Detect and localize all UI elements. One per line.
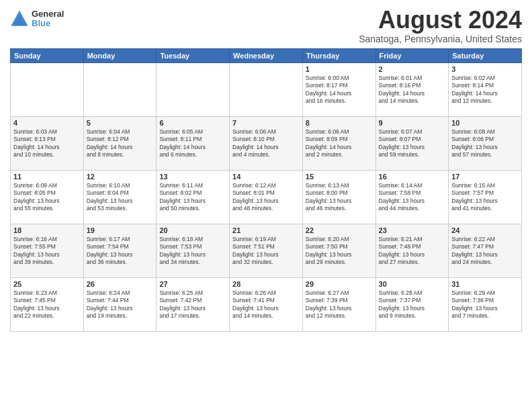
calendar-day-header: Sunday — [11, 48, 84, 62]
calendar-day-cell: 20Sunrise: 6:18 AM Sunset: 7:53 PM Dayli… — [157, 224, 230, 277]
day-info: Sunrise: 6:23 AM Sunset: 7:45 PM Dayligh… — [13, 289, 81, 320]
day-info: Sunrise: 6:08 AM Sunset: 8:06 PM Dayligh… — [451, 128, 519, 159]
calendar-day-cell — [83, 62, 157, 116]
day-number: 30 — [379, 280, 446, 288]
day-number: 23 — [379, 226, 446, 234]
calendar-day-header: Saturday — [449, 48, 522, 62]
day-number: 27 — [159, 280, 226, 288]
day-number: 26 — [87, 280, 154, 288]
calendar-day-header: Thursday — [302, 48, 375, 62]
calendar-day-cell: 6Sunrise: 6:05 AM Sunset: 8:11 PM Daylig… — [157, 116, 230, 170]
location-label: Sanatoga, Pennsylvania, United States — [359, 34, 522, 44]
calendar-day-cell: 10Sunrise: 6:08 AM Sunset: 8:06 PM Dayli… — [449, 116, 522, 170]
day-number: 19 — [87, 226, 154, 234]
calendar-day-cell: 1Sunrise: 6:00 AM Sunset: 8:17 PM Daylig… — [302, 62, 375, 116]
logo-text: General Blue — [32, 9, 64, 29]
calendar-day-cell: 15Sunrise: 6:13 AM Sunset: 8:00 PM Dayli… — [302, 170, 375, 224]
logo-general-label: General — [32, 9, 64, 19]
day-info: Sunrise: 6:19 AM Sunset: 7:51 PM Dayligh… — [232, 236, 300, 267]
calendar-table: SundayMondayTuesdayWednesdayThursdayFrid… — [10, 48, 522, 332]
day-info: Sunrise: 6:25 AM Sunset: 7:42 PM Dayligh… — [159, 289, 226, 320]
logo-icon — [10, 9, 29, 28]
calendar-day-cell: 2Sunrise: 6:01 AM Sunset: 8:16 PM Daylig… — [375, 62, 449, 116]
day-info: Sunrise: 6:15 AM Sunset: 7:57 PM Dayligh… — [451, 182, 519, 213]
calendar-day-cell: 14Sunrise: 6:12 AM Sunset: 8:01 PM Dayli… — [230, 170, 303, 224]
calendar-day-cell: 19Sunrise: 6:17 AM Sunset: 7:54 PM Dayli… — [83, 224, 157, 277]
day-info: Sunrise: 6:02 AM Sunset: 8:14 PM Dayligh… — [451, 75, 519, 105]
day-info: Sunrise: 6:26 AM Sunset: 7:41 PM Dayligh… — [232, 289, 300, 320]
title-block: August 2024 Sanatoga, Pennsylvania, Unit… — [359, 7, 522, 44]
calendar-day-cell: 12Sunrise: 6:10 AM Sunset: 8:04 PM Dayli… — [83, 170, 157, 224]
day-info: Sunrise: 6:17 AM Sunset: 7:54 PM Dayligh… — [87, 236, 154, 267]
day-number: 25 — [13, 280, 81, 288]
day-info: Sunrise: 6:10 AM Sunset: 8:04 PM Dayligh… — [87, 182, 154, 213]
day-info: Sunrise: 6:14 AM Sunset: 7:58 PM Dayligh… — [379, 182, 446, 213]
calendar-week-row: 25Sunrise: 6:23 AM Sunset: 7:45 PM Dayli… — [11, 277, 522, 331]
calendar-day-cell: 21Sunrise: 6:19 AM Sunset: 7:51 PM Dayli… — [230, 224, 303, 277]
calendar-day-cell: 18Sunrise: 6:16 AM Sunset: 7:55 PM Dayli… — [11, 224, 84, 277]
day-number: 16 — [379, 173, 446, 181]
day-number: 14 — [232, 173, 300, 181]
calendar-day-cell: 25Sunrise: 6:23 AM Sunset: 7:45 PM Dayli… — [11, 277, 84, 331]
page-container: General Blue August 2024 Sanatoga, Penns… — [0, 0, 532, 338]
day-info: Sunrise: 6:00 AM Sunset: 8:17 PM Dayligh… — [306, 75, 373, 105]
calendar-day-cell: 9Sunrise: 6:07 AM Sunset: 8:07 PM Daylig… — [375, 116, 449, 170]
month-year-title: August 2024 — [359, 7, 522, 34]
day-info: Sunrise: 6:05 AM Sunset: 8:11 PM Dayligh… — [159, 128, 226, 159]
calendar-day-cell: 5Sunrise: 6:04 AM Sunset: 8:12 PM Daylig… — [83, 116, 157, 170]
calendar-day-cell: 11Sunrise: 6:09 AM Sunset: 8:05 PM Dayli… — [11, 170, 84, 224]
calendar-day-header: Tuesday — [157, 48, 230, 62]
day-number: 22 — [306, 226, 373, 234]
day-info: Sunrise: 6:29 AM Sunset: 7:36 PM Dayligh… — [451, 289, 519, 320]
calendar-day-cell: 22Sunrise: 6:20 AM Sunset: 7:50 PM Dayli… — [302, 224, 375, 277]
calendar-day-cell: 26Sunrise: 6:24 AM Sunset: 7:44 PM Dayli… — [83, 277, 157, 331]
day-info: Sunrise: 6:21 AM Sunset: 7:48 PM Dayligh… — [379, 236, 446, 267]
day-number: 29 — [306, 280, 373, 288]
day-info: Sunrise: 6:28 AM Sunset: 7:37 PM Dayligh… — [379, 289, 446, 320]
day-info: Sunrise: 6:09 AM Sunset: 8:05 PM Dayligh… — [13, 182, 81, 213]
day-number: 15 — [306, 173, 373, 181]
calendar-day-cell — [11, 62, 84, 116]
day-number: 20 — [159, 226, 226, 234]
day-number: 12 — [87, 173, 154, 181]
day-info: Sunrise: 6:01 AM Sunset: 8:16 PM Dayligh… — [379, 75, 446, 105]
day-info: Sunrise: 6:06 AM Sunset: 8:10 PM Dayligh… — [232, 128, 300, 159]
header: General Blue August 2024 Sanatoga, Penns… — [10, 7, 522, 44]
day-info: Sunrise: 6:16 AM Sunset: 7:55 PM Dayligh… — [13, 236, 81, 267]
day-info: Sunrise: 6:20 AM Sunset: 7:50 PM Dayligh… — [306, 236, 373, 267]
calendar-day-cell: 17Sunrise: 6:15 AM Sunset: 7:57 PM Dayli… — [449, 170, 522, 224]
day-number: 31 — [451, 280, 519, 288]
day-info: Sunrise: 6:12 AM Sunset: 8:01 PM Dayligh… — [232, 182, 300, 213]
calendar-day-cell: 7Sunrise: 6:06 AM Sunset: 8:10 PM Daylig… — [230, 116, 303, 170]
day-info: Sunrise: 6:13 AM Sunset: 8:00 PM Dayligh… — [306, 182, 373, 213]
calendar-day-cell: 24Sunrise: 6:22 AM Sunset: 7:47 PM Dayli… — [449, 224, 522, 277]
day-number: 11 — [13, 173, 81, 181]
day-number: 21 — [232, 226, 300, 234]
day-number: 18 — [13, 226, 81, 234]
logo: General Blue — [10, 9, 64, 29]
day-info: Sunrise: 6:22 AM Sunset: 7:47 PM Dayligh… — [451, 236, 519, 267]
day-number: 2 — [379, 65, 446, 73]
day-info: Sunrise: 6:18 AM Sunset: 7:53 PM Dayligh… — [159, 236, 226, 267]
day-number: 10 — [451, 119, 519, 127]
day-number: 4 — [13, 119, 81, 127]
day-info: Sunrise: 6:24 AM Sunset: 7:44 PM Dayligh… — [87, 289, 154, 320]
calendar-day-cell: 16Sunrise: 6:14 AM Sunset: 7:58 PM Dayli… — [375, 170, 449, 224]
calendar-week-row: 1Sunrise: 6:00 AM Sunset: 8:17 PM Daylig… — [11, 62, 522, 116]
calendar-day-cell — [157, 62, 230, 116]
calendar-week-row: 4Sunrise: 6:03 AM Sunset: 8:13 PM Daylig… — [11, 116, 522, 170]
day-number: 17 — [451, 173, 519, 181]
day-number: 9 — [379, 119, 446, 127]
day-number: 7 — [232, 119, 300, 127]
logo-blue-label: Blue — [32, 19, 64, 28]
day-info: Sunrise: 6:11 AM Sunset: 8:02 PM Dayligh… — [159, 182, 226, 213]
calendar-day-cell: 30Sunrise: 6:28 AM Sunset: 7:37 PM Dayli… — [375, 277, 449, 331]
day-info: Sunrise: 6:04 AM Sunset: 8:12 PM Dayligh… — [87, 128, 154, 159]
calendar-day-cell — [230, 62, 303, 116]
calendar-day-cell: 28Sunrise: 6:26 AM Sunset: 7:41 PM Dayli… — [230, 277, 303, 331]
calendar-day-cell: 23Sunrise: 6:21 AM Sunset: 7:48 PM Dayli… — [375, 224, 449, 277]
day-info: Sunrise: 6:03 AM Sunset: 8:13 PM Dayligh… — [13, 128, 81, 159]
calendar-day-cell: 27Sunrise: 6:25 AM Sunset: 7:42 PM Dayli… — [157, 277, 230, 331]
calendar-week-row: 18Sunrise: 6:16 AM Sunset: 7:55 PM Dayli… — [11, 224, 522, 277]
calendar-day-cell: 29Sunrise: 6:27 AM Sunset: 7:39 PM Dayli… — [302, 277, 375, 331]
